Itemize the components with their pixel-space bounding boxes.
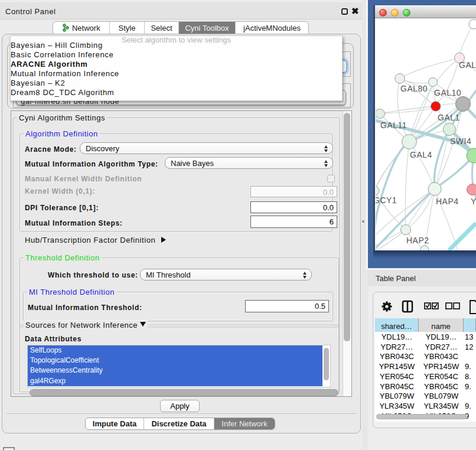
svg-text:GAL10: GAL10 xyxy=(434,88,461,97)
svg-text:GAL4: GAL4 xyxy=(410,150,432,159)
svg-text:HAP2: HAP2 xyxy=(406,236,429,245)
svg-text:HAP4: HAP4 xyxy=(436,197,459,206)
svg-text:Y: Y xyxy=(471,197,476,206)
svg-text:GAL1: GAL1 xyxy=(438,113,460,122)
svg-text:GCY1: GCY1 xyxy=(376,195,397,205)
svg-text:GAL80: GAL80 xyxy=(400,84,428,93)
svg-text:GAL11: GAL11 xyxy=(380,120,407,130)
svg-text:GAL7: GAL7 xyxy=(459,60,476,70)
svg-text:SWI4: SWI4 xyxy=(450,136,471,146)
